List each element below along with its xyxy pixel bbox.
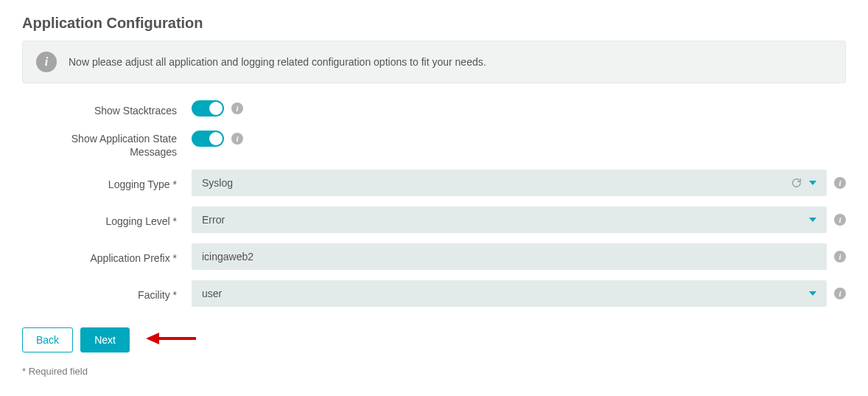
toggle-show-stacktraces[interactable] — [192, 100, 224, 117]
select-value: Syslog — [202, 177, 233, 189]
row-show-stacktraces: Show Stacktraces i — [22, 100, 846, 117]
chevron-down-icon — [809, 181, 816, 185]
chevron-down-icon — [809, 218, 816, 222]
label-show-app-state: Show Application State Messages — [22, 128, 192, 159]
refresh-icon[interactable] — [791, 178, 802, 188]
input-application-prefix[interactable] — [202, 243, 816, 270]
label-show-stacktraces: Show Stacktraces — [22, 100, 192, 117]
help-icon[interactable]: i — [834, 177, 846, 189]
chevron-down-icon — [809, 291, 816, 296]
toggle-show-app-state[interactable] — [192, 131, 224, 147]
label-logging-type: Logging Type * — [22, 173, 192, 191]
row-logging-type: Logging Type * Syslog i — [22, 170, 846, 196]
svg-marker-1 — [146, 333, 159, 344]
help-icon[interactable]: i — [834, 288, 846, 299]
row-application-prefix: Application Prefix * i — [22, 243, 846, 270]
required-note: * Required field — [22, 366, 846, 377]
select-logging-level[interactable]: Error — [192, 206, 827, 233]
next-button[interactable]: Next — [80, 327, 130, 352]
help-icon[interactable]: i — [231, 133, 243, 145]
select-value: Error — [202, 214, 225, 226]
back-button[interactable]: Back — [22, 327, 73, 352]
info-icon: i — [36, 52, 57, 72]
input-application-prefix-wrap — [192, 243, 827, 270]
buttons-row: Back Next — [22, 327, 846, 352]
label-logging-level: Logging Level * — [22, 210, 192, 228]
arrow-annotation-icon — [146, 330, 197, 349]
help-icon[interactable]: i — [834, 214, 846, 226]
select-value: user — [202, 288, 222, 299]
select-facility[interactable]: user — [192, 280, 827, 307]
help-icon[interactable]: i — [834, 251, 846, 263]
row-logging-level: Logging Level * Error i — [22, 206, 846, 233]
row-facility: Facility * user i — [22, 280, 846, 307]
label-application-prefix: Application Prefix * — [22, 247, 192, 265]
config-form: Show Stacktraces i Show Application Stat… — [22, 100, 846, 307]
label-facility: Facility * — [22, 284, 192, 302]
help-icon[interactable]: i — [231, 103, 243, 114]
row-show-app-state: Show Application State Messages i — [22, 128, 846, 159]
page-title: Application Configuration — [22, 15, 846, 32]
info-text: Now please adjust all application and lo… — [69, 56, 486, 68]
info-box: i Now please adjust all application and … — [22, 41, 846, 83]
select-logging-type[interactable]: Syslog — [192, 170, 827, 196]
